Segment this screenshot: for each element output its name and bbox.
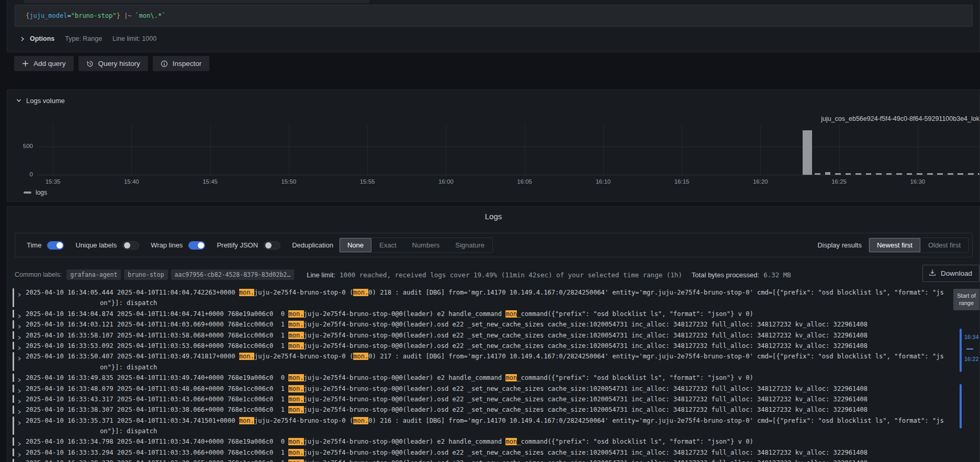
- volume-small-bar: [846, 173, 851, 175]
- display-option-newest-first[interactable]: Newest first: [869, 238, 920, 252]
- log-level-indicator: [13, 331, 14, 339]
- query-input[interactable]: {juju_model="bruno-stop"} |~ `mon\.*`: [15, 5, 973, 27]
- volume-small-bar: [855, 173, 861, 175]
- log-row[interactable]: 2025-04-10 16:33:50.407 2025-04-10T11:03…: [13, 351, 960, 373]
- chart-legend[interactable]: logs: [24, 189, 47, 196]
- volume-small-bar: [917, 173, 922, 175]
- wrap-lines-label: Wrap lines: [151, 241, 183, 249]
- logs-volume-chart[interactable]: 15:3515:4015:4515:5015:5516:0016:0516:10…: [7, 90, 979, 201]
- common-label-badge: grafana-agent: [66, 269, 121, 280]
- download-icon: [929, 269, 936, 278]
- dedup-option-none[interactable]: None: [340, 238, 371, 252]
- chevron-right-icon: [20, 37, 25, 41]
- common-labels-label: Common labels:: [15, 271, 62, 278]
- logs-minimap-range-bar[interactable]: [960, 329, 962, 372]
- wrap-lines-toggle[interactable]: [188, 241, 205, 250]
- x-tick-label: 15:40: [124, 178, 139, 185]
- log-row[interactable]: 2025-04-10 16:33:33.294 2025-04-10T11:03…: [13, 447, 960, 458]
- volume-small-bar: [958, 173, 963, 175]
- volume-small-bar: [907, 173, 913, 175]
- logs-minimap-range-bar[interactable]: [960, 384, 962, 429]
- time-control: Time: [27, 241, 64, 250]
- volume-small-bar: [927, 173, 933, 175]
- x-tick-label: 16:10: [595, 178, 611, 185]
- x-tick-label: 16:30: [910, 178, 925, 185]
- options-label[interactable]: Options: [30, 35, 54, 42]
- add-query-button[interactable]: Add query: [14, 56, 74, 71]
- x-tick-label: 16:00: [438, 178, 454, 185]
- options-line-limit: Line limit: 1000: [112, 35, 156, 42]
- log-row[interactable]: 2025-04-10 16:33:28.279 2025-04-10T11:03…: [13, 458, 960, 462]
- log-line: 2025-04-10 16:33:38.307 2025-04-10T11:03…: [26, 404, 960, 415]
- log-level-indicator: [13, 459, 14, 462]
- x-gridline: [760, 125, 761, 175]
- display-option-oldest-first[interactable]: Oldest first: [920, 238, 968, 252]
- plus-icon: [22, 60, 29, 67]
- log-line: 2025-04-10 16:33:43.317 2025-04-10T11:03…: [26, 394, 960, 404]
- logs-volume-panel: Logs volume juju_cos_eb56e924-f5f4-49c0-…: [7, 89, 980, 202]
- x-gridline: [446, 125, 446, 175]
- log-row[interactable]: 2025-04-10 16:34:04.874 2025-04-10T11:04…: [13, 309, 960, 319]
- log-row[interactable]: 2025-04-10 16:33:34.798 2025-04-10T11:03…: [13, 436, 960, 447]
- x-gridline: [367, 125, 368, 175]
- log-row[interactable]: 2025-04-10 16:33:48.079 2025-04-10T11:03…: [13, 384, 960, 394]
- dedup-option-signature[interactable]: Signature: [447, 238, 492, 252]
- deduplication-control: Deduplication None Exact Numbers Signatu…: [292, 238, 493, 253]
- volume-small-bar: [815, 173, 820, 175]
- unique-labels-label: Unique labels: [75, 241, 117, 249]
- log-line: 2025-04-10 16:33:53.092 2025-04-10T11:03…: [26, 341, 960, 351]
- log-row[interactable]: 2025-04-10 16:34:03.121 2025-04-10T11:04…: [13, 319, 960, 330]
- log-row[interactable]: 2025-04-10 16:33:38.307 2025-04-10T11:03…: [13, 404, 960, 415]
- log-line: 2025-04-10 16:33:28.279 2025-04-10T11:03…: [26, 458, 960, 462]
- volume-small-bar: [886, 173, 892, 175]
- log-line: 2025-04-10 16:33:33.294 2025-04-10T11:03…: [26, 447, 960, 458]
- inspector-button[interactable]: Inspector: [153, 56, 210, 71]
- x-gridline: [603, 125, 604, 175]
- options-type: Type: Range: [65, 35, 102, 42]
- query-history-button[interactable]: Query history: [78, 56, 148, 71]
- log-row[interactable]: 2025-04-10 16:33:49.835 2025-04-10T11:03…: [13, 373, 960, 383]
- prettify-json-control: Prettify JSON: [217, 241, 280, 250]
- dedup-option-numbers[interactable]: Numbers: [404, 238, 448, 252]
- log-level-indicator: [13, 385, 14, 392]
- volume-small-bar: [896, 173, 902, 175]
- expand-chevron-icon[interactable]: [17, 290, 21, 299]
- x-tick-label: 16:15: [674, 178, 690, 185]
- log-line: 2025-04-10 16:33:48.079 2025-04-10T11:03…: [26, 384, 960, 394]
- prettify-json-toggle[interactable]: [264, 241, 280, 250]
- x-tick-label: 15:35: [46, 178, 61, 185]
- display-results-options: Newest first Oldest first: [869, 238, 969, 253]
- y-tick-label: 0: [15, 171, 33, 177]
- expand-chevron-icon[interactable]: [17, 418, 21, 427]
- x-tick-label: 15:55: [360, 178, 375, 185]
- minimap-top-time: 16:34: [964, 334, 979, 340]
- legend-series-label[interactable]: logs: [36, 189, 47, 196]
- logs-meta-row: Common labels: grafana-agent bruno-stop …: [15, 268, 791, 281]
- volume-small-bar: [948, 173, 953, 175]
- time-toggle[interactable]: [47, 241, 64, 250]
- log-row[interactable]: 2025-04-10 16:33:58.107 2025-04-10T11:03…: [13, 330, 960, 341]
- expand-chevron-icon[interactable]: [17, 354, 21, 363]
- logs-panel-title: Logs: [7, 212, 979, 221]
- log-row[interactable]: 2025-04-10 16:33:43.317 2025-04-10T11:03…: [13, 394, 960, 404]
- unique-labels-toggle[interactable]: [122, 241, 139, 250]
- log-row[interactable]: 2025-04-10 16:33:53.092 2025-04-10T11:03…: [13, 341, 960, 351]
- query-options-row[interactable]: Options Type: Range Line limit: 1000: [15, 30, 156, 47]
- minimap-divider: [966, 348, 973, 350]
- log-level-indicator: [13, 342, 14, 350]
- log-line: on"}]: dispatch: [26, 362, 960, 373]
- x-tick-label: 16:25: [831, 178, 847, 185]
- x-gridline: [53, 125, 53, 175]
- dedup-option-exact[interactable]: Exact: [371, 238, 404, 252]
- x-gridline: [839, 125, 840, 175]
- download-button[interactable]: Download: [922, 265, 979, 282]
- log-level-indicator: [13, 320, 14, 328]
- log-row[interactable]: 2025-04-10 16:33:35.371 2025-04-10T11:03…: [13, 415, 960, 437]
- volume-small-bar: [876, 173, 882, 175]
- log-line: 2025-04-10 16:33:50.407 2025-04-10T11:03…: [26, 351, 960, 362]
- unique-labels-control: Unique labels: [75, 241, 139, 250]
- y-gridline: [37, 175, 980, 175]
- log-row[interactable]: 2025-04-10 16:34:05.444 2025-04-10T11:04…: [13, 287, 960, 309]
- add-query-label: Add query: [33, 60, 66, 67]
- volume-small-bar: [866, 173, 872, 175]
